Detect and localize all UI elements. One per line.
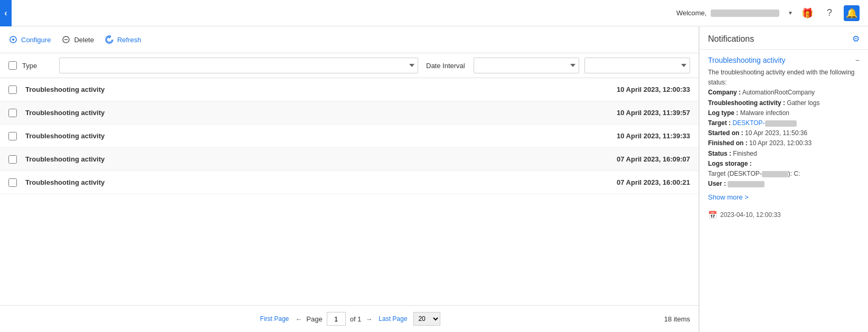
notif-company-label: Company : [708,89,741,96]
notif-timestamp: 2023-04-10, 12:00:33 [720,211,781,219]
bell-icon[interactable]: 🔔 [844,5,860,21]
last-page-button[interactable]: Last Page [376,314,409,324]
row-date: 10 April 2023, 11:39:33 [574,132,690,140]
table-row[interactable]: Troubleshooting activity 07 April 2023, … [0,171,699,194]
notif-item-title[interactable]: Troubleshooting activity [708,56,786,64]
notif-user-label: User : [708,180,726,187]
notif-activity-label: Troubleshooting activity : [708,99,785,107]
notif-finished-label: Finished on : [708,139,748,147]
header: ‹ Welcome, ▼ 🎁 ? 🔔 [0,0,868,26]
row-checkbox[interactable] [8,109,17,117]
row-checkbox[interactable] [8,86,17,94]
date-interval-label: Date Interval [426,62,468,70]
notifications-title: Notifications [708,34,754,44]
page-input[interactable] [327,312,346,326]
delete-button[interactable]: Delete [61,33,94,46]
row-checkbox[interactable] [8,132,17,140]
row-checkbox[interactable] [8,155,17,164]
notif-target-value[interactable]: DESKTOP- [732,119,796,127]
notif-activity-value: Gather logs [787,99,819,107]
gift-icon[interactable]: 🎁 [799,5,815,21]
table-row[interactable]: Troubleshooting activity 10 April 2023, … [0,101,699,125]
table-container: Troubleshooting activity 10 April 2023, … [0,78,699,305]
pagination: First Page ← Page of 1 → Last Page 20 50… [0,305,699,332]
welcome-text: Welcome, [676,9,779,17]
row-type: Troubleshooting activity [25,132,574,140]
logo: ‹ [0,0,12,26]
items-count: 18 items [664,315,690,323]
row-date: 07 April 2023, 16:00:21 [574,178,690,186]
calendar-icon: 📅 [708,211,717,219]
notif-status-value: Finished [733,150,757,157]
table-row[interactable]: Troubleshooting activity 10 April 2023, … [0,125,699,148]
notif-started-label: Started on : [708,129,743,137]
welcome-username [711,10,779,17]
date-from-select[interactable] [474,58,579,73]
main-layout: Configure Delete Refresh Type Dat [0,26,868,332]
notif-log-type-label: Log type : [708,109,738,117]
show-more-link[interactable]: Show more > [700,189,868,205]
notif-status-label: Status : [708,150,731,157]
notif-item-header: Troubleshooting activity − [700,50,868,68]
prev-page-arrow[interactable]: ← [295,315,302,323]
refresh-icon [105,35,114,44]
type-filter-label: Type [22,62,54,70]
notif-log-type-value: Malware infection [740,109,789,117]
configure-label: Configure [21,36,51,44]
table-row[interactable]: Troubleshooting activity 07 April 2023, … [0,148,699,171]
user-dropdown-arrow[interactable]: ▼ [788,10,793,16]
row-date: 10 April 2023, 12:00:33 [574,86,690,93]
row-type: Troubleshooting activity [25,109,574,117]
notif-started-value: 10 Apr 2023, 11:50:36 [745,129,807,137]
delete-label: Delete [74,36,94,44]
row-type: Troubleshooting activity [25,178,574,186]
table-body: Troubleshooting activity 10 April 2023, … [0,78,699,194]
page-label: Page [306,315,322,323]
notif-intro: The troubleshooting activity ended with … [708,69,855,86]
row-date: 07 April 2023, 16:09:07 [574,155,690,163]
table-row[interactable]: Troubleshooting activity 10 April 2023, … [0,78,699,101]
toolbar: Configure Delete Refresh [0,26,699,53]
delete-icon [61,35,71,44]
notif-target-label: Target : [708,119,731,127]
refresh-button[interactable]: Refresh [105,33,141,46]
select-all-checkbox[interactable] [8,61,17,70]
type-filter-select[interactable] [59,58,418,73]
notif-finished-value: 10 Apr 2023, 12:00:33 [749,139,812,147]
row-checkbox[interactable] [8,178,17,187]
filter-row: Type Date Interval [0,53,699,78]
notifications-header: Notifications ⚙ [700,26,868,50]
row-type: Troubleshooting activity [25,155,574,163]
notif-company-value: AutomationRootCompany [742,89,815,96]
welcome-label: Welcome, [676,9,707,17]
notif-collapse-icon[interactable]: − [855,56,860,64]
first-page-button[interactable]: First Page [258,314,291,324]
notifications-panel: Notifications ⚙ Troubleshooting activity… [699,26,868,332]
notif-body: The troubleshooting activity ended with … [700,68,868,189]
left-panel: Configure Delete Refresh Type Dat [0,26,699,332]
refresh-label: Refresh [117,36,141,44]
notif-footer: 📅 2023-04-10, 12:00:33 [700,205,868,219]
header-right: Welcome, ▼ 🎁 ? 🔔 [676,5,860,21]
notif-logs-value: ): C: [788,170,800,177]
svg-point-1 [12,39,14,41]
row-date: 10 April 2023, 11:39:57 [574,109,690,117]
of-label: of 1 [350,315,362,323]
row-type: Troubleshooting activity [25,86,574,93]
notif-logs-label: Logs storage : [708,160,752,167]
configure-button[interactable]: Configure [8,33,51,46]
next-page-arrow[interactable]: → [365,315,372,323]
help-icon[interactable]: ? [822,5,837,21]
date-to-select[interactable] [584,58,690,73]
page-size-select[interactable]: 20 50 100 [413,312,440,326]
notifications-settings-icon[interactable]: ⚙ [852,34,860,44]
configure-icon [8,35,18,44]
